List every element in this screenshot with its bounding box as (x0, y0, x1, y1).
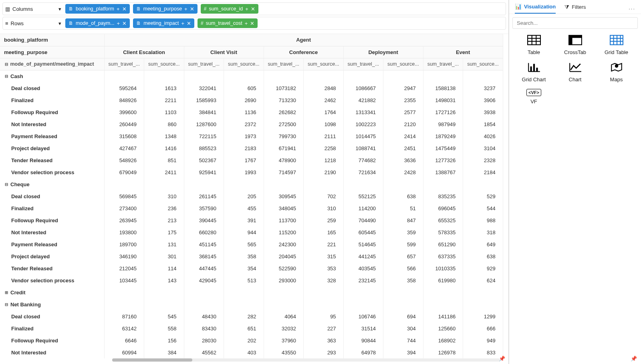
row-leaf[interactable]: Deal closed (0, 82, 104, 94)
cell[interactable]: 45562 (184, 346, 224, 358)
cell[interactable]: 649 (463, 238, 503, 250)
cell[interactable]: 638 (463, 250, 503, 262)
cell[interactable]: 478900 (264, 154, 304, 166)
cell[interactable]: 851 (144, 154, 184, 166)
pill-meeting_impact[interactable]: 🗎 meeting_impact + ✕ (133, 18, 194, 28)
cell[interactable]: 394 (383, 346, 423, 358)
plus-icon[interactable]: + (117, 20, 120, 26)
cell[interactable]: 310 (304, 202, 344, 214)
cell[interactable]: 399600 (104, 106, 144, 118)
cell[interactable]: 2184 (463, 166, 503, 178)
cell[interactable]: 125660 (423, 322, 463, 334)
row-leaf[interactable]: Not Interested (0, 346, 104, 358)
cell[interactable]: 2411 (144, 166, 184, 178)
rows-label[interactable]: ≡ Rows ▾ (5, 20, 61, 26)
measure-header[interactable]: sum_source... (304, 58, 344, 70)
cell[interactable]: 548926 (104, 154, 144, 166)
viz-maps[interactable]: Maps (596, 62, 637, 82)
cell[interactable]: 2328 (463, 154, 503, 166)
cell[interactable]: 988 (463, 214, 503, 226)
cell[interactable]: 301 (144, 250, 184, 262)
cell[interactable]: 3237 (463, 82, 503, 94)
cell[interactable]: 213 (144, 214, 184, 226)
columns-label[interactable]: ▥ Columns ▾ (5, 6, 61, 12)
row-group[interactable]: ⊟Net Banking (0, 298, 104, 310)
cell[interactable]: 848926 (104, 94, 144, 106)
col-group[interactable]: Client Visit (184, 46, 264, 58)
plus-icon[interactable]: + (245, 20, 248, 26)
cell[interactable]: 43550 (264, 346, 304, 358)
cell[interactable]: 1388767 (423, 166, 463, 178)
cell[interactable]: 315 (304, 250, 344, 262)
cell[interactable]: 1287600 (184, 118, 224, 130)
cell[interactable]: 835235 (423, 190, 463, 202)
pill-sum_travel_cost[interactable]: # sum_travel_cost + ✕ (198, 18, 258, 28)
cell[interactable]: 2451 (383, 142, 423, 154)
cell[interactable]: 282 (224, 310, 264, 322)
cell[interactable]: 1588138 (423, 82, 463, 94)
cell[interactable]: 272500 (264, 118, 304, 130)
cell[interactable]: 799730 (264, 130, 304, 142)
cell[interactable]: 95 (304, 310, 344, 322)
measure-header[interactable]: sum_travel_... (423, 58, 463, 70)
cell[interactable]: 131 (144, 238, 184, 250)
cell[interactable]: 1086667 (343, 82, 383, 94)
cell[interactable]: 64978 (343, 346, 383, 358)
cell[interactable]: 1416 (144, 142, 184, 154)
tab-visualization[interactable]: 📊 Visualization (515, 3, 556, 14)
plus-icon[interactable]: + (184, 6, 187, 12)
horizontal-scrollbar[interactable] (112, 358, 500, 362)
cell[interactable]: 1973 (224, 130, 264, 142)
cell[interactable]: 655325 (423, 214, 463, 226)
row-leaf[interactable]: Deal closed (0, 190, 104, 202)
cell[interactable]: 263945 (104, 214, 144, 226)
cell[interactable]: 309545 (264, 190, 304, 202)
close-icon[interactable]: ✕ (187, 20, 191, 26)
row-leaf[interactable]: Finalized (0, 322, 104, 334)
cell[interactable]: 143 (144, 274, 184, 286)
cell[interactable]: 37960 (264, 334, 304, 346)
viz-gridchart[interactable]: Grid Chart (513, 62, 554, 82)
cell[interactable]: 552125 (343, 190, 383, 202)
cell[interactable]: 260449 (104, 118, 144, 130)
viz-chart[interactable]: Chart (554, 62, 596, 82)
close-icon[interactable]: ✕ (251, 6, 255, 12)
pill-booking_platform[interactable]: 🗎 booking_platform + ✕ (65, 4, 130, 14)
cell[interactable]: 1098 (304, 118, 344, 130)
cell[interactable]: 357590 (184, 202, 224, 214)
cell[interactable]: 221 (304, 238, 344, 250)
cell[interactable]: 1348 (144, 130, 184, 142)
cell[interactable]: 113700 (264, 214, 304, 226)
cell[interactable]: 242300 (264, 238, 304, 250)
row-leaf[interactable]: Project delayed (0, 250, 104, 262)
cell[interactable]: 2258 (304, 142, 344, 154)
plus-icon[interactable]: + (117, 6, 120, 12)
cell[interactable]: 31514 (343, 322, 383, 334)
cell[interactable]: 60994 (104, 346, 144, 358)
columns-shelf[interactable]: ▥ Columns ▾ 🗎 booking_platform + ✕ 🗎 mee… (2, 2, 506, 15)
cell[interactable]: 353 (304, 262, 344, 274)
tab-filters[interactable]: ⧩ Filters (564, 4, 586, 14)
cell[interactable]: 403545 (343, 262, 383, 274)
cell[interactable]: 651290 (423, 238, 463, 250)
measure-header[interactable]: sum_travel_... (184, 58, 224, 70)
cell[interactable]: 885523 (184, 142, 224, 154)
cell[interactable]: 651 (224, 322, 264, 334)
cell[interactable]: 447445 (184, 262, 224, 274)
cell[interactable]: 2120 (383, 118, 423, 130)
cell[interactable]: 322041 (184, 82, 224, 94)
cell[interactable]: 212045 (104, 262, 144, 274)
cell[interactable]: 310 (144, 190, 184, 202)
col-group[interactable]: Event (423, 46, 503, 58)
cell[interactable]: 1299 (463, 310, 503, 322)
corner-row-fields[interactable]: ⊟ mode_of_payment/meeting_impact (0, 58, 104, 70)
row-leaf[interactable]: Vendor selection process (0, 274, 104, 286)
cell[interactable]: 595264 (104, 82, 144, 94)
row-leaf[interactable]: Vendor selection process (0, 166, 104, 178)
cell[interactable]: 390445 (184, 214, 224, 226)
cell[interactable]: 1218 (304, 154, 344, 166)
pin-icon[interactable]: 📌 (631, 356, 637, 362)
row-leaf[interactable]: Followup Required (0, 214, 104, 226)
row-group[interactable]: ⊟Cheque (0, 178, 104, 190)
row-leaf[interactable]: Tender Released (0, 154, 104, 166)
